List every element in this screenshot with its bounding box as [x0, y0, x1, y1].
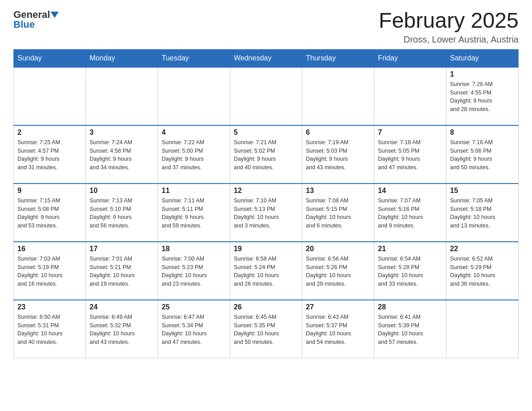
table-row: 10Sunrise: 7:13 AM Sunset: 5:10 PM Dayli… — [86, 184, 158, 242]
day-number: 2 — [17, 128, 82, 137]
table-row: 15Sunrise: 7:05 AM Sunset: 5:18 PM Dayli… — [446, 184, 519, 242]
table-row — [302, 67, 374, 125]
day-info: Sunrise: 7:25 AM Sunset: 4:57 PM Dayligh… — [17, 138, 82, 172]
header-sunday: Sunday — [14, 49, 86, 67]
day-info: Sunrise: 7:01 AM Sunset: 5:21 PM Dayligh… — [90, 255, 154, 288]
table-row: 5Sunrise: 7:21 AM Sunset: 5:02 PM Daylig… — [230, 125, 302, 184]
day-number: 24 — [90, 303, 154, 311]
day-number: 26 — [234, 303, 298, 311]
title-block: February 2025 Dross, Lower Austria, Aust… — [379, 9, 519, 45]
day-number: 23 — [17, 303, 82, 311]
table-row — [374, 67, 446, 125]
day-info: Sunrise: 7:08 AM Sunset: 5:15 PM Dayligh… — [306, 197, 370, 230]
day-number: 22 — [450, 245, 515, 253]
calendar-week-1: 1Sunrise: 7:26 AM Sunset: 4:55 PM Daylig… — [14, 67, 519, 125]
weekday-header-row: Sunday Monday Tuesday Wednesday Thursday… — [14, 49, 519, 67]
day-number: 3 — [90, 128, 154, 137]
day-number: 5 — [234, 128, 298, 137]
day-number: 28 — [378, 303, 442, 311]
day-info: Sunrise: 6:50 AM Sunset: 5:31 PM Dayligh… — [17, 313, 82, 347]
day-number: 6 — [306, 128, 370, 137]
day-info: Sunrise: 6:45 AM Sunset: 5:35 PM Dayligh… — [234, 313, 298, 347]
table-row: 7Sunrise: 7:18 AM Sunset: 5:05 PM Daylig… — [374, 125, 446, 184]
day-info: Sunrise: 7:11 AM Sunset: 5:11 PM Dayligh… — [162, 197, 226, 230]
day-info: Sunrise: 7:16 AM Sunset: 5:06 PM Dayligh… — [450, 138, 515, 172]
day-number: 10 — [90, 187, 154, 195]
day-info: Sunrise: 7:26 AM Sunset: 4:55 PM Dayligh… — [450, 80, 515, 114]
header-tuesday: Tuesday — [158, 49, 230, 67]
table-row: 11Sunrise: 7:11 AM Sunset: 5:11 PM Dayli… — [158, 184, 230, 242]
table-row: 19Sunrise: 6:58 AM Sunset: 5:24 PM Dayli… — [230, 242, 302, 300]
table-row: 22Sunrise: 6:52 AM Sunset: 5:29 PM Dayli… — [446, 242, 519, 300]
table-row: 2Sunrise: 7:25 AM Sunset: 4:57 PM Daylig… — [14, 125, 86, 184]
day-number: 16 — [17, 245, 82, 253]
table-row: 21Sunrise: 6:54 AM Sunset: 5:28 PM Dayli… — [374, 242, 446, 300]
header-thursday: Thursday — [302, 49, 374, 67]
day-number: 8 — [450, 128, 515, 137]
day-info: Sunrise: 6:52 AM Sunset: 5:29 PM Dayligh… — [450, 255, 515, 288]
table-row: 6Sunrise: 7:19 AM Sunset: 5:03 PM Daylig… — [302, 125, 374, 184]
day-number: 18 — [162, 245, 226, 253]
table-row: 18Sunrise: 7:00 AM Sunset: 5:23 PM Dayli… — [158, 242, 230, 300]
header-saturday: Saturday — [446, 49, 519, 67]
header-monday: Monday — [86, 49, 158, 67]
logo: General Blue — [13, 9, 59, 30]
day-info: Sunrise: 7:13 AM Sunset: 5:10 PM Dayligh… — [90, 197, 154, 230]
calendar-table: Sunday Monday Tuesday Wednesday Thursday… — [13, 49, 519, 359]
day-info: Sunrise: 7:22 AM Sunset: 5:00 PM Dayligh… — [162, 138, 226, 172]
day-number: 1 — [450, 70, 515, 78]
table-row — [446, 300, 519, 358]
day-number: 14 — [378, 187, 442, 195]
day-info: Sunrise: 6:41 AM Sunset: 5:39 PM Dayligh… — [378, 313, 442, 347]
day-info: Sunrise: 7:05 AM Sunset: 5:18 PM Dayligh… — [450, 197, 515, 230]
day-info: Sunrise: 7:00 AM Sunset: 5:23 PM Dayligh… — [162, 255, 226, 288]
day-number: 13 — [306, 187, 370, 195]
table-row: 13Sunrise: 7:08 AM Sunset: 5:15 PM Dayli… — [302, 184, 374, 242]
day-info: Sunrise: 7:03 AM Sunset: 5:19 PM Dayligh… — [17, 255, 82, 288]
day-number: 21 — [378, 245, 442, 253]
calendar-week-3: 9Sunrise: 7:15 AM Sunset: 5:08 PM Daylig… — [14, 184, 519, 242]
day-info: Sunrise: 7:19 AM Sunset: 5:03 PM Dayligh… — [306, 138, 370, 172]
table-row: 4Sunrise: 7:22 AM Sunset: 5:00 PM Daylig… — [158, 125, 230, 184]
table-row: 20Sunrise: 6:56 AM Sunset: 5:26 PM Dayli… — [302, 242, 374, 300]
table-row: 8Sunrise: 7:16 AM Sunset: 5:06 PM Daylig… — [446, 125, 519, 184]
day-info: Sunrise: 6:56 AM Sunset: 5:26 PM Dayligh… — [306, 255, 370, 288]
day-info: Sunrise: 7:24 AM Sunset: 4:58 PM Dayligh… — [90, 138, 154, 172]
table-row: 3Sunrise: 7:24 AM Sunset: 4:58 PM Daylig… — [86, 125, 158, 184]
month-title: February 2025 — [379, 9, 519, 33]
calendar-week-2: 2Sunrise: 7:25 AM Sunset: 4:57 PM Daylig… — [14, 125, 519, 184]
day-info: Sunrise: 7:15 AM Sunset: 5:08 PM Dayligh… — [17, 197, 82, 230]
day-info: Sunrise: 6:47 AM Sunset: 5:34 PM Dayligh… — [162, 313, 226, 347]
page-header: General Blue February 2025 Dross, Lower … — [13, 9, 519, 45]
day-number: 27 — [306, 303, 370, 311]
day-info: Sunrise: 6:58 AM Sunset: 5:24 PM Dayligh… — [234, 255, 298, 288]
day-number: 12 — [234, 187, 298, 195]
logo-blue-text: Blue — [13, 19, 59, 30]
table-row: 1Sunrise: 7:26 AM Sunset: 4:55 PM Daylig… — [446, 67, 519, 125]
table-row — [230, 67, 302, 125]
day-number: 15 — [450, 187, 515, 195]
table-row — [158, 67, 230, 125]
day-number: 7 — [378, 128, 442, 137]
table-row — [86, 67, 158, 125]
day-number: 17 — [90, 245, 154, 253]
table-row: 16Sunrise: 7:03 AM Sunset: 5:19 PM Dayli… — [14, 242, 86, 300]
day-number: 25 — [162, 303, 226, 311]
day-number: 11 — [162, 187, 226, 195]
table-row: 28Sunrise: 6:41 AM Sunset: 5:39 PM Dayli… — [374, 300, 446, 358]
table-row: 26Sunrise: 6:45 AM Sunset: 5:35 PM Dayli… — [230, 300, 302, 358]
table-row: 24Sunrise: 6:49 AM Sunset: 5:32 PM Dayli… — [86, 300, 158, 358]
calendar-week-4: 16Sunrise: 7:03 AM Sunset: 5:19 PM Dayli… — [14, 242, 519, 300]
table-row: 9Sunrise: 7:15 AM Sunset: 5:08 PM Daylig… — [14, 184, 86, 242]
table-row — [14, 67, 86, 125]
day-info: Sunrise: 7:10 AM Sunset: 5:13 PM Dayligh… — [234, 197, 298, 230]
header-wednesday: Wednesday — [230, 49, 302, 67]
table-row: 17Sunrise: 7:01 AM Sunset: 5:21 PM Dayli… — [86, 242, 158, 300]
table-row: 14Sunrise: 7:07 AM Sunset: 5:16 PM Dayli… — [374, 184, 446, 242]
day-number: 4 — [162, 128, 226, 137]
day-info: Sunrise: 6:49 AM Sunset: 5:32 PM Dayligh… — [90, 313, 154, 347]
day-number: 20 — [306, 245, 370, 253]
day-number: 19 — [234, 245, 298, 253]
location-title: Dross, Lower Austria, Austria — [379, 34, 519, 45]
day-info: Sunrise: 7:07 AM Sunset: 5:16 PM Dayligh… — [378, 197, 442, 230]
